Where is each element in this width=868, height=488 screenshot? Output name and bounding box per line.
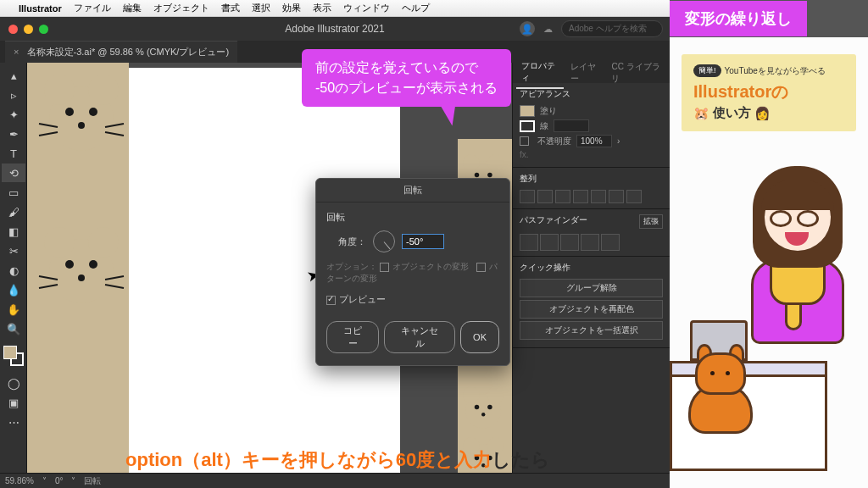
fx-label[interactable]: fx. <box>520 150 529 159</box>
menu-select[interactable]: 選択 <box>252 2 270 14</box>
options-label: オプション： <box>326 262 377 271</box>
document-tab[interactable]: × 名称未設定-3.ai* @ 59.86 % (CMYK/プレビュー) <box>5 41 237 63</box>
align-heading: 整列 <box>520 173 663 185</box>
recolor-button[interactable]: オブジェクトを再配色 <box>520 300 663 319</box>
draw-mode-icon[interactable]: ◯ <box>2 374 25 392</box>
select-all-button[interactable]: オブジェクトを一括選択 <box>520 321 663 340</box>
pf-divide-icon[interactable] <box>601 234 620 251</box>
fill-stroke-swatch[interactable] <box>3 346 24 366</box>
menu-file[interactable]: ファイル <box>74 2 111 14</box>
menu-window[interactable]: ウィンドウ <box>343 2 390 14</box>
svg-point-53 <box>487 405 492 410</box>
maximize-window-button[interactable] <box>39 25 48 34</box>
opt-pattern-checkbox[interactable] <box>476 263 486 272</box>
menu-type[interactable]: 書式 <box>221 2 240 14</box>
menu-effect[interactable]: 効果 <box>282 2 301 14</box>
align-left-icon[interactable] <box>520 190 535 203</box>
pathfinder-expand-button[interactable]: 拡張 <box>639 214 663 229</box>
zoom-chevron-icon[interactable]: ˅ <box>42 476 47 485</box>
tutorial-title: Illustratorの <box>693 80 844 103</box>
opacity-chevron-icon[interactable]: › <box>617 136 620 146</box>
appearance-panel: アピアランス 塗り 線 不透明度100%› fx. <box>513 83 670 168</box>
magic-wand-tool[interactable]: ✦ <box>2 105 25 124</box>
align-bottom-icon[interactable] <box>609 190 624 203</box>
close-window-button[interactable] <box>8 25 18 34</box>
svg-point-40 <box>475 173 480 178</box>
paintbrush-tool[interactable]: 🖌 <box>2 202 25 221</box>
menu-edit[interactable]: 編集 <box>123 2 142 14</box>
svg-point-41 <box>487 173 492 178</box>
svg-point-12 <box>44 227 75 258</box>
align-top-icon[interactable] <box>573 190 588 203</box>
svg-point-52 <box>475 405 480 410</box>
cancel-button[interactable]: キャンセル <box>384 321 455 353</box>
svg-point-6 <box>78 122 85 129</box>
annotation-line2: -50のプレビューが表示される <box>315 78 498 98</box>
svg-point-38 <box>463 154 480 171</box>
rectangle-tool[interactable]: ▭ <box>2 183 25 202</box>
traffic-lights <box>0 25 48 34</box>
menu-app[interactable]: Illustrator <box>19 3 62 14</box>
help-search-input[interactable]: Adobe ヘルプを検索 <box>561 20 663 37</box>
type-tool[interactable]: T <box>2 144 25 163</box>
stroke-swatch-small[interactable] <box>520 120 535 132</box>
opacity-input[interactable]: 100% <box>576 135 612 147</box>
zoom-tool[interactable]: 🔍 <box>2 319 25 338</box>
scissors-tool[interactable]: ✂ <box>2 241 25 260</box>
opt-transform-checkbox[interactable] <box>380 263 389 272</box>
selection-tool[interactable]: ▴ <box>2 66 25 85</box>
pf-intersect-icon[interactable] <box>560 234 579 251</box>
user-icon[interactable]: 👤 <box>520 21 535 36</box>
angle-dial[interactable] <box>373 230 395 252</box>
pf-unite-icon[interactable] <box>520 234 538 251</box>
svg-point-4 <box>65 108 74 116</box>
svg-point-3 <box>88 75 119 105</box>
fill-swatch[interactable] <box>3 346 17 359</box>
direct-selection-tool[interactable]: ▹ <box>2 86 25 104</box>
subtitle-dark: したら <box>492 449 550 470</box>
copy-button[interactable]: コピー <box>326 321 379 353</box>
preview-checkbox[interactable] <box>326 296 336 305</box>
eraser-tool[interactable]: ◧ <box>2 222 25 241</box>
pf-exclude-icon[interactable] <box>581 234 599 251</box>
status-tool: 回転 <box>84 475 101 487</box>
pathfinder-panel: パスファインダー拡張 <box>513 209 670 257</box>
cloud-icon[interactable]: ☁ <box>543 24 553 35</box>
ok-button[interactable]: OK <box>460 321 499 353</box>
screen-mode-icon[interactable]: ▣ <box>2 393 25 412</box>
fill-swatch-small[interactable] <box>520 105 535 117</box>
pf-minus-icon[interactable] <box>540 234 559 251</box>
align-hcenter-icon[interactable] <box>537 190 553 203</box>
stroke-weight-input[interactable] <box>554 119 589 132</box>
svg-point-39 <box>487 154 504 171</box>
close-tab-icon[interactable]: × <box>14 47 19 57</box>
panel-tabs: プロパティ レイヤー CC ライブラリ <box>513 63 670 83</box>
rotate-tool[interactable]: ⟲ <box>2 164 25 182</box>
window-title: Adobe Illustrator 2021 <box>285 23 384 35</box>
eyedropper-tool[interactable]: 💧 <box>2 280 25 299</box>
zoom-value[interactable]: 59.86% <box>5 476 34 485</box>
menu-view[interactable]: 表示 <box>313 2 331 14</box>
edit-toolbar-icon[interactable]: ⋯ <box>2 413 25 431</box>
menu-help[interactable]: ヘルプ <box>402 2 430 14</box>
svg-point-50 <box>463 386 480 403</box>
hand-tool[interactable]: ✋ <box>2 300 25 319</box>
align-right-icon[interactable] <box>555 190 570 203</box>
tutorial-badge: 簡単! <box>693 64 721 77</box>
align-vcenter-icon[interactable] <box>591 190 606 203</box>
preview-label: プレビュー <box>339 294 386 304</box>
align-more-icon[interactable] <box>626 190 642 203</box>
tutorial-sidebar: 変形の繰り返し 簡単! YouTubeを見ながら学べる Illustratorの… <box>670 0 868 488</box>
appearance-heading: アピアランス <box>520 88 663 100</box>
opacity-checkbox[interactable] <box>520 136 529 146</box>
minimize-window-button[interactable] <box>24 25 33 34</box>
pen-tool[interactable]: ✒ <box>2 125 25 143</box>
svg-point-15 <box>89 260 97 269</box>
annotation-bubble: 前の設定を覚えているので -50のプレビューが表示される <box>302 49 511 107</box>
rotate-value[interactable]: 0° <box>55 476 64 485</box>
gradient-tool[interactable]: ◐ <box>2 261 25 280</box>
angle-input[interactable] <box>402 234 444 249</box>
menu-object[interactable]: オブジェクト <box>153 2 209 14</box>
ungroup-button[interactable]: グループ解除 <box>520 279 663 297</box>
rotate-chevron-icon[interactable]: ˅ <box>71 476 75 485</box>
